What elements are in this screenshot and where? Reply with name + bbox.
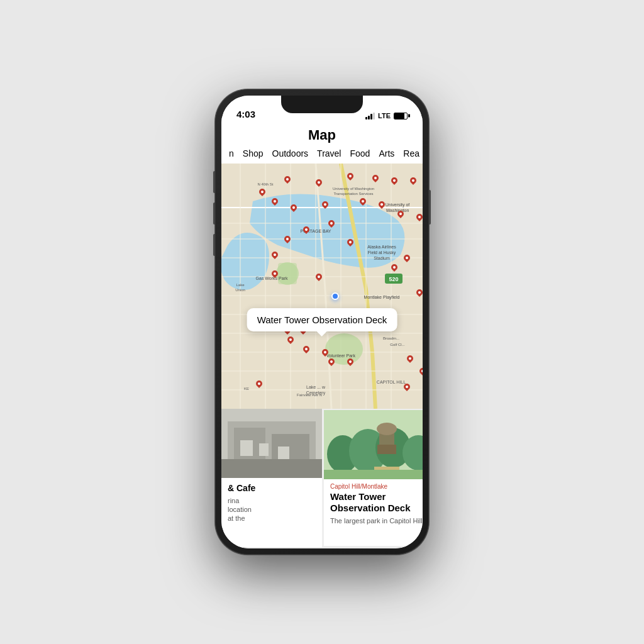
tab-arts[interactable]: Arts — [379, 148, 394, 158]
map-container[interactable]: 520 Gas Works Park PORTAGE BAY Montlake … — [221, 164, 423, 409]
status-right: LTE — [365, 112, 408, 119]
map-pin[interactable] — [402, 253, 411, 262]
map-pin[interactable] — [286, 335, 295, 344]
map-pin[interactable] — [327, 219, 336, 228]
map-pin[interactable] — [390, 263, 399, 272]
svg-rect-64 — [324, 470, 423, 479]
card-2-water-tower[interactable]: Capitol Hill/Montlake Water TowerObserva… — [323, 409, 423, 547]
map-pin[interactable] — [418, 367, 423, 375]
map-pin[interactable] — [346, 172, 355, 180]
map-pin[interactable] — [358, 197, 367, 206]
svg-rect-52 — [259, 443, 269, 456]
tab-shop[interactable]: Shop — [243, 148, 264, 158]
status-time: 4:03 — [236, 109, 255, 119]
card-1-desc: rinalocationat the — [228, 496, 316, 523]
map-pin[interactable] — [314, 178, 323, 187]
card-2-title: Water TowerObservation Deck — [330, 491, 423, 514]
card-1[interactable]: & Cafe rinalocationat the — [221, 409, 323, 547]
map-pin[interactable] — [415, 288, 423, 297]
page-title: Map — [221, 123, 423, 148]
svg-rect-50 — [221, 459, 322, 478]
map-pin[interactable] — [415, 213, 423, 221]
map-pin[interactable] — [270, 269, 279, 278]
map-pin[interactable] — [327, 357, 336, 366]
category-tabs: n Shop Outdoors Travel Food Arts Rea — [221, 148, 423, 164]
map-pin[interactable] — [409, 176, 418, 185]
card-1-body: & Cafe rinalocationat the — [221, 478, 322, 527]
lte-label: LTE — [378, 112, 391, 119]
map-pin[interactable] — [270, 197, 279, 206]
map-pin[interactable] — [283, 175, 292, 184]
map-pin[interactable] — [258, 187, 267, 196]
map-tooltip[interactable]: Water Tower Observation Deck — [247, 308, 397, 331]
svg-point-61 — [377, 423, 397, 435]
map-pin[interactable] — [314, 272, 323, 281]
map-pin[interactable] — [321, 200, 330, 209]
status-bar: 4:03 LTE — [221, 96, 423, 123]
map-pin[interactable] — [255, 379, 264, 388]
map-pin[interactable] — [406, 354, 414, 363]
map-pin[interactable] — [377, 200, 386, 209]
svg-rect-51 — [240, 440, 253, 456]
phone-frame: 4:03 LTE Map n Shop Outdoors Travel — [215, 89, 429, 555]
tab-reading[interactable]: Rea — [403, 148, 419, 158]
card-2-image — [324, 410, 423, 479]
map-pins-container — [221, 164, 423, 409]
tab-prev[interactable]: n — [229, 148, 234, 158]
map-tooltip-text: Water Tower Observation Deck — [257, 314, 387, 325]
notch — [281, 96, 363, 113]
tab-outdoors[interactable]: Outdoors — [272, 148, 309, 158]
bottom-nav — [221, 547, 423, 548]
map-pin[interactable] — [289, 203, 298, 212]
svg-rect-62 — [377, 445, 396, 454]
tab-food[interactable]: Food — [350, 148, 370, 158]
map-pin[interactable] — [346, 357, 355, 366]
card-1-title: & Cafe — [228, 483, 316, 494]
card-2-body: Capitol Hill/Montlake Water TowerObserva… — [324, 479, 423, 529]
map-pin[interactable] — [390, 176, 399, 185]
user-location-dot — [331, 292, 339, 300]
map-pin[interactable] — [270, 250, 279, 259]
map-pin[interactable] — [321, 348, 330, 357]
tab-travel[interactable]: Travel — [317, 148, 341, 158]
phone-screen: 4:03 LTE Map n Shop Outdoors Travel — [221, 96, 423, 548]
map-pin[interactable] — [346, 238, 355, 247]
map-pin[interactable] — [402, 382, 411, 391]
map-pin[interactable] — [283, 235, 292, 243]
card-2-desc: The largest park in Capitol Hill, Volunt… — [330, 516, 423, 525]
card-2-neighborhood: Capitol Hill/Montlake — [330, 483, 423, 490]
map-pin[interactable] — [396, 209, 405, 218]
map-pin[interactable] — [371, 174, 380, 182]
map-pin[interactable] — [302, 225, 311, 234]
map-pin[interactable] — [302, 345, 311, 353]
card-1-image — [221, 409, 322, 478]
svg-rect-53 — [278, 447, 289, 459]
signal-bars — [365, 113, 375, 119]
battery-icon — [394, 113, 408, 119]
cards-container: & Cafe rinalocationat the — [221, 409, 423, 547]
